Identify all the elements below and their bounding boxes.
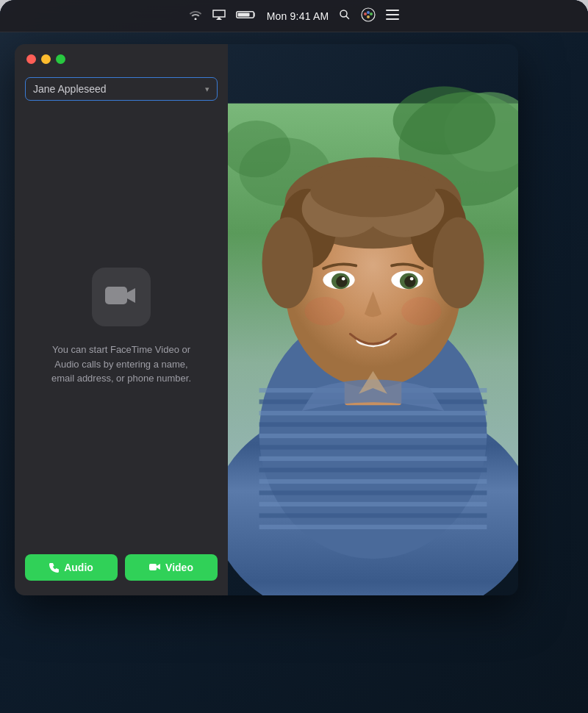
phone-icon (49, 562, 60, 573)
svg-rect-25 (259, 434, 487, 438)
name-input-value: Jane Appleseed (33, 83, 107, 95)
svg-point-7 (367, 15, 370, 18)
menubar-time: Mon 9:41 AM (267, 10, 329, 22)
camera-icon (149, 563, 161, 572)
name-input-container: Jane Appleseed ▾ (15, 71, 228, 111)
svg-rect-23 (259, 411, 487, 415)
svg-rect-33 (259, 525, 487, 529)
svg-point-51 (410, 277, 414, 281)
svg-point-46 (336, 276, 347, 287)
svg-point-43 (433, 218, 484, 309)
svg-rect-29 (259, 479, 487, 484)
battery-icon (236, 10, 257, 23)
svg-rect-30 (259, 490, 487, 495)
svg-point-5 (367, 11, 370, 14)
maximize-button[interactable] (56, 54, 65, 64)
instruction-text: You can start FaceTime Video or Audio ca… (48, 343, 195, 386)
svg-rect-10 (386, 18, 399, 20)
close-button[interactable] (26, 54, 36, 64)
minimize-button[interactable] (41, 54, 51, 64)
svg-rect-9 (386, 14, 399, 15)
airplay-icon (212, 10, 226, 23)
svg-rect-1 (237, 12, 249, 16)
wifi-icon (189, 10, 202, 23)
facetime-right-panel (228, 44, 518, 595)
control-center-icon[interactable] (386, 10, 399, 23)
svg-rect-8 (386, 10, 399, 11)
search-icon[interactable] (339, 9, 351, 24)
video-call-button[interactable]: Video (125, 554, 218, 581)
svg-rect-26 (259, 445, 487, 449)
svg-rect-31 (259, 502, 487, 506)
svg-point-47 (342, 277, 345, 281)
siri-icon[interactable] (361, 7, 376, 25)
person-portrait (228, 44, 518, 595)
svg-rect-12 (149, 564, 157, 570)
facetime-window: Jane Appleseed ▾ You can start FaceTime … (15, 44, 518, 595)
call-buttons-area: Audio Video (15, 542, 228, 595)
svg-point-41 (310, 166, 435, 218)
svg-point-42 (262, 218, 313, 309)
menubar-center: Mon 9:41 AM (189, 7, 400, 25)
svg-point-6 (370, 12, 373, 15)
facetime-instruction-area: You can start FaceTime Video or Audio ca… (15, 111, 228, 542)
chevron-down-icon: ▾ (205, 85, 209, 94)
svg-point-52 (305, 297, 345, 326)
video-button-label: Video (165, 562, 193, 573)
svg-rect-32 (259, 513, 487, 517)
svg-rect-24 (259, 422, 487, 426)
svg-rect-11 (105, 287, 127, 304)
audio-button-label: Audio (64, 562, 93, 573)
audio-call-button[interactable]: Audio (25, 554, 118, 581)
svg-point-16 (393, 86, 495, 154)
traffic-lights (15, 44, 228, 71)
svg-point-53 (401, 297, 441, 326)
name-input-field[interactable]: Jane Appleseed ▾ (25, 77, 218, 101)
camera-icon-wrapper (92, 268, 151, 326)
svg-rect-27 (259, 456, 487, 461)
menubar: Mon 9:41 AM (0, 0, 588, 32)
svg-point-50 (404, 276, 415, 287)
video-camera-icon (105, 284, 137, 310)
mac-frame: Mon 9:41 AM (0, 0, 588, 713)
svg-point-4 (364, 12, 367, 15)
svg-point-3 (362, 8, 375, 21)
svg-rect-28 (259, 467, 487, 472)
facetime-left-panel: Jane Appleseed ▾ You can start FaceTime … (15, 44, 228, 595)
